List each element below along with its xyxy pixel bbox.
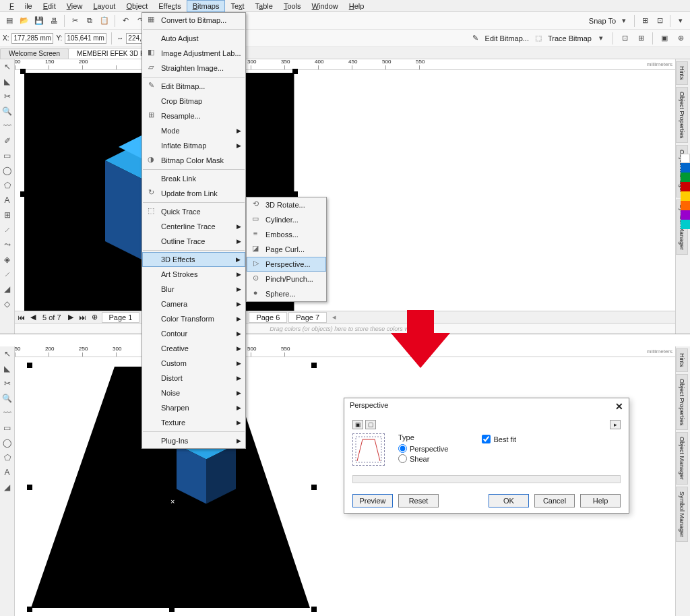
ok-button[interactable]: OK [489, 494, 529, 507]
help-button[interactable]: Help [580, 494, 621, 507]
copy-icon[interactable]: ⧉ [83, 14, 96, 28]
menu-bitmaps[interactable]: Bitmaps [187, 0, 226, 12]
undo-icon[interactable]: ↶ [119, 14, 132, 28]
paste-icon[interactable]: 📋 [98, 14, 111, 28]
menu-layout[interactable]: Layout [88, 1, 121, 11]
edit-bitmap-label[interactable]: Edit Bitmap... [485, 34, 529, 42]
color-well[interactable]: Drag colors (or objects) here to store t… [15, 323, 675, 334]
crop-icon[interactable]: ⊡ [618, 32, 631, 45]
print-icon[interactable]: 🖶 [47, 14, 61, 28]
new-icon[interactable]: ▤ [3, 14, 16, 28]
page-tab-1[interactable]: Page 1 [102, 312, 140, 323]
pick-tool-icon[interactable]: ↖ [2, 349, 13, 360]
menu-item[interactable]: Noise▶ [142, 386, 245, 400]
checkbox-best-fit[interactable]: Best fit [482, 435, 516, 443]
fill-tool-icon[interactable]: ◢ [2, 284, 13, 295]
menu-item[interactable]: ◧Image Adjustment Lab... [142, 46, 245, 61]
menu-item[interactable]: Centerline Trace▶ [142, 219, 245, 234]
eyedropper-tool-icon[interactable]: ⟋ [2, 270, 13, 280]
zoom-tool-icon[interactable]: 🔍 [2, 394, 13, 404]
submenu-item[interactable]: ⊙Pinch/Punch... [247, 272, 326, 286]
menu-file[interactable]: File [4, 1, 38, 11]
close-icon[interactable]: ✕ [615, 401, 623, 412]
pick-tool-icon[interactable]: ↖ [2, 62, 13, 73]
save-icon[interactable]: 💾 [32, 14, 46, 28]
table-tool-icon[interactable]: ⊞ [2, 210, 13, 221]
menu-effects[interactable]: Effects [153, 1, 186, 11]
cut-icon[interactable]: ✂ [68, 14, 82, 28]
outline-tool-icon[interactable]: ◇ [2, 299, 13, 310]
menu-view[interactable]: View [61, 1, 88, 11]
docker-object-manager[interactable]: Object Manager [676, 432, 688, 485]
menu-item[interactable]: Custom▶ [142, 356, 245, 371]
page-next-icon[interactable]: ▶ [65, 313, 76, 321]
docker-hints[interactable]: Hints [676, 348, 688, 372]
text-tool-icon[interactable]: A [2, 195, 13, 206]
connector-tool-icon[interactable]: ⤳ [2, 240, 13, 251]
menu-help[interactable]: Help [344, 1, 370, 11]
artistic-tool-icon[interactable]: ✐ [2, 136, 13, 147]
radio-shear[interactable]: Shear [398, 454, 448, 463]
color-palette[interactable] [681, 154, 690, 229]
crop-tool-icon[interactable]: ✂ [2, 92, 13, 102]
menu-item[interactable]: Mode▶ [142, 123, 245, 138]
menu-edit[interactable]: Edit [38, 1, 61, 11]
text-tool-icon[interactable]: A [2, 468, 13, 479]
menu-item[interactable]: Inflate Bitmap▶ [142, 138, 245, 153]
effects-tool-icon[interactable]: ◈ [2, 255, 13, 266]
page-tab-6[interactable]: Page 6 [249, 312, 287, 323]
preview-button[interactable]: Preview [352, 494, 393, 507]
menu-item[interactable]: ▱Straighten Image... [142, 61, 245, 75]
menu-item[interactable]: Auto Adjust [142, 31, 245, 46]
menu-item[interactable]: Texture▶ [142, 415, 245, 430]
menu-window[interactable]: Window [307, 1, 344, 11]
plus-icon[interactable]: ⊕ [674, 32, 687, 45]
cancel-button[interactable]: Cancel [534, 494, 575, 507]
collapse-icon[interactable]: ▣ [352, 420, 363, 429]
menu-tools[interactable]: Tools [278, 1, 307, 11]
menu-object[interactable]: Object [121, 1, 153, 11]
ellipse-tool-icon[interactable]: ◯ [2, 166, 13, 177]
freehand-tool-icon[interactable]: 〰 [2, 121, 13, 132]
menu-item[interactable]: Sharpen▶ [142, 400, 245, 415]
trace-bitmap-icon[interactable]: ⬚ [532, 32, 545, 45]
submenu-item[interactable]: ▷Perspective... [247, 257, 326, 272]
menu-item[interactable]: ◑Bitmap Color Mask [142, 153, 245, 168]
page-first-icon[interactable]: ⏮ [15, 313, 28, 321]
menu-item[interactable]: ⊞Resample... [142, 109, 245, 123]
x-field[interactable] [11, 33, 53, 44]
reset-button[interactable]: Reset [398, 494, 439, 507]
options-icon[interactable]: ⊞ [638, 14, 652, 28]
docker-symbol-manager[interactable]: Symbol Manager [676, 487, 688, 542]
snap-to-label[interactable]: Snap To [589, 17, 616, 25]
dimension-tool-icon[interactable]: ⟋ [2, 225, 13, 236]
submenu-item[interactable]: ◪Page Curl... [247, 242, 326, 257]
menu-item[interactable]: Color Transform▶ [142, 311, 245, 326]
menu-item[interactable]: Plug-Ins▶ [142, 433, 245, 448]
page-tab-7[interactable]: Page 7 [288, 312, 327, 323]
page-prev-icon[interactable]: ◀ [28, 313, 38, 321]
docker-hints[interactable]: Hints [676, 61, 688, 85]
zoom-tool-icon[interactable]: 🔍 [2, 106, 13, 117]
expand-icon[interactable]: ▢ [365, 420, 376, 429]
flyout-icon[interactable]: ▸ [610, 420, 621, 429]
crop-tool-icon[interactable]: ✂ [2, 379, 13, 390]
docker-object-properties[interactable]: Object Properties [676, 87, 688, 144]
page-last-icon[interactable]: ⏭ [76, 313, 89, 321]
page-add-icon[interactable]: ⊕ [89, 313, 100, 321]
menu-item[interactable]: Camera▶ [142, 297, 245, 311]
menu-item[interactable]: ▦Convert to Bitmap... [142, 13, 245, 28]
resample-icon[interactable]: ⊞ [634, 32, 648, 45]
menu-item[interactable]: Creative▶ [142, 341, 245, 356]
menu-item[interactable]: Contour▶ [142, 326, 245, 341]
submenu-item[interactable]: ▭Cylinder... [247, 212, 326, 227]
submenu-item[interactable]: ⟲3D Rotate... [247, 197, 326, 212]
launch-icon[interactable]: ⊡ [653, 14, 666, 28]
radio-perspective[interactable]: Perspective [398, 444, 448, 453]
y-field[interactable] [65, 33, 106, 44]
shape-tool-icon[interactable]: ◣ [2, 77, 13, 88]
freehand-tool-icon[interactable]: 〰 [2, 408, 13, 419]
ellipse-tool-icon[interactable]: ◯ [2, 438, 13, 449]
menu-item[interactable]: Blur▶ [142, 282, 245, 297]
menu-item[interactable]: Distort▶ [142, 371, 245, 386]
